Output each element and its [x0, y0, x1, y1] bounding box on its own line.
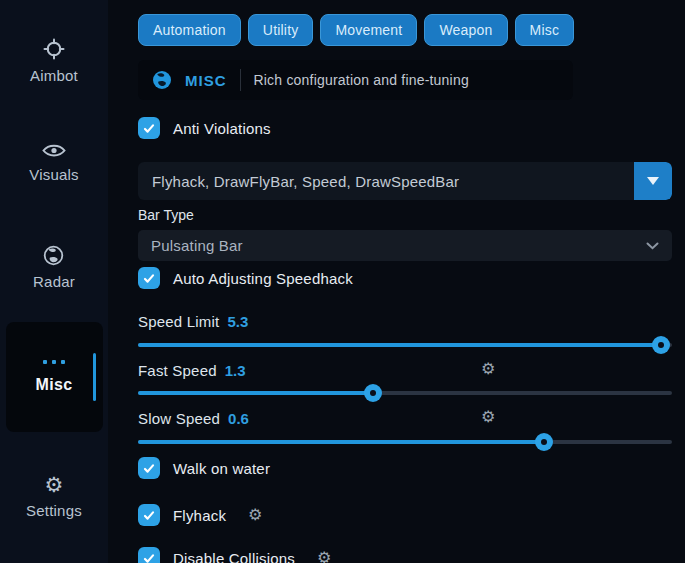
- checkbox-anti-violations[interactable]: Anti Violations: [138, 116, 672, 140]
- divider: [240, 69, 241, 91]
- tab-automation[interactable]: Automation: [138, 14, 241, 46]
- slider-value: 0.6: [228, 410, 249, 427]
- sidebar-item-aimbot[interactable]: Aimbot: [30, 38, 78, 84]
- slider-speed-limit-track[interactable]: [138, 343, 672, 347]
- slider-value: 5.3: [227, 313, 248, 330]
- tab-misc[interactable]: Misc: [515, 14, 575, 46]
- slider-label: Speed Limit: [138, 313, 219, 330]
- bar-type-dropdown[interactable]: Pulsating Bar: [138, 230, 672, 261]
- crosshair-icon: [43, 38, 65, 60]
- slider-handle[interactable]: [652, 336, 670, 354]
- section-title: MISC: [185, 72, 227, 89]
- slider-handle[interactable]: [535, 433, 553, 451]
- checkbox-label: Flyhack: [173, 507, 226, 524]
- checkbox-checked-icon[interactable]: [138, 117, 160, 139]
- category-tabs: Automation Utility Movement Weapon Misc: [138, 14, 672, 46]
- checkbox-auto-adjusting-speedhack[interactable]: Auto Adjusting Speedhack: [138, 266, 672, 290]
- gear-icon[interactable]: ⚙: [317, 550, 331, 563]
- active-tab-indicator: [93, 353, 96, 401]
- slider-label: Fast Speed: [138, 362, 217, 379]
- gear-icon[interactable]: ⚙: [481, 361, 495, 377]
- slider-value: 1.3: [225, 362, 246, 379]
- checkbox-walk-on-water[interactable]: Walk on water: [138, 456, 672, 480]
- checkbox-label: Disable Collisions: [173, 550, 295, 563]
- tab-weapon[interactable]: Weapon: [424, 14, 507, 46]
- gear-icon[interactable]: ⚙: [248, 507, 262, 523]
- sidebar-item-radar[interactable]: Radar: [33, 245, 75, 290]
- checkbox-checked-icon[interactable]: [138, 504, 160, 526]
- slider-fill: [138, 391, 373, 395]
- multi-select-open-button[interactable]: [634, 162, 672, 200]
- bar-type-label: Bar Type: [138, 207, 672, 223]
- dropdown-value: Pulsating Bar: [151, 237, 243, 254]
- sidebar-item-label: Misc: [35, 376, 72, 394]
- globe-icon: [152, 70, 172, 90]
- main-content: Automation Utility Movement Weapon Misc …: [108, 0, 685, 563]
- app-window: Aimbot Visuals Radar Mi: [0, 0, 685, 563]
- eye-icon: [42, 142, 66, 159]
- ellipsis-icon: [43, 360, 65, 364]
- slider-label: Slow Speed: [138, 410, 220, 427]
- sidebar-item-visuals[interactable]: Visuals: [29, 142, 78, 183]
- checkbox-label: Auto Adjusting Speedhack: [173, 270, 353, 287]
- checkbox-label: Anti Violations: [173, 120, 271, 137]
- slider-fast-speed-labels: Fast Speed 1.3 ⚙: [138, 360, 672, 380]
- checkbox-checked-icon[interactable]: [138, 547, 160, 563]
- sidebar-item-label: Settings: [26, 502, 82, 519]
- section-subtitle: Rich configuration and fine-tuning: [254, 72, 469, 88]
- tab-utility[interactable]: Utility: [248, 14, 314, 46]
- sidebar-item-label: Aimbot: [30, 67, 78, 84]
- triangle-down-icon: [647, 177, 659, 185]
- slider-fast-speed-track[interactable]: [138, 391, 672, 395]
- checkbox-label: Walk on water: [173, 460, 270, 477]
- checkbox-checked-icon[interactable]: [138, 457, 160, 479]
- sidebar-item-label: Visuals: [29, 166, 78, 183]
- globe-icon: [43, 245, 64, 266]
- sidebar: Aimbot Visuals Radar Mi: [0, 0, 108, 563]
- multi-select-value: Flyhack, DrawFlyBar, Speed, DrawSpeedBar: [138, 173, 634, 190]
- checkbox-disable-collisions[interactable]: Disable Collisions ⚙: [138, 546, 672, 563]
- sidebar-item-settings[interactable]: ⚙ Settings: [26, 474, 82, 519]
- slider-fill: [138, 343, 661, 347]
- gear-icon: ⚙: [45, 474, 64, 495]
- section-header: MISC Rich configuration and fine-tuning: [138, 60, 573, 100]
- slider-slow-speed-track[interactable]: [138, 440, 672, 444]
- checkbox-checked-icon[interactable]: [138, 267, 160, 289]
- slider-slow-speed-labels: Slow Speed 0.6 ⚙: [138, 408, 672, 428]
- tab-movement[interactable]: Movement: [320, 14, 417, 46]
- sidebar-item-misc[interactable]: Misc: [6, 322, 103, 432]
- bar-multi-select[interactable]: Flyhack, DrawFlyBar, Speed, DrawSpeedBar: [138, 162, 672, 200]
- slider-speed-limit-labels: Speed Limit 5.3: [138, 311, 672, 331]
- slider-fill: [138, 440, 544, 444]
- slider-handle[interactable]: [364, 384, 382, 402]
- checkbox-flyhack[interactable]: Flyhack ⚙: [138, 503, 672, 527]
- sidebar-item-label: Radar: [33, 273, 75, 290]
- gear-icon[interactable]: ⚙: [481, 409, 495, 425]
- chevron-down-icon: [646, 242, 659, 250]
